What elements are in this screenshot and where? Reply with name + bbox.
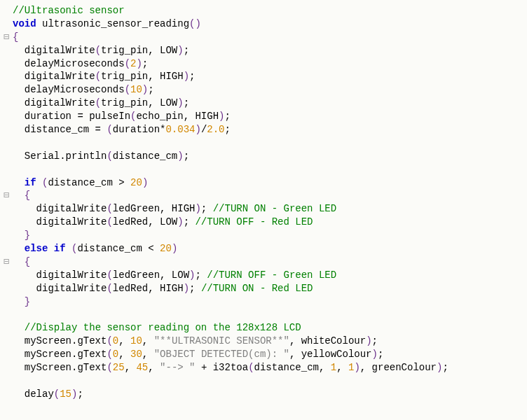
code-line: void ultrasonic_sensor_reading() [0,18,527,31]
code-token: 30 [130,349,142,360]
code-line-content: //Ultrasonic sensor [13,5,125,16]
code-token: //TURN ON - Red LED [201,283,313,294]
code-token: ) [184,283,189,294]
fold-gutter [0,216,13,229]
code-token: ) [366,335,371,346]
code-line-content: digitalWrite(trig_pin, LOW); [13,97,189,108]
code-token: ledGreen, LOW [113,270,189,281]
fold-gutter[interactable]: ⊟ [0,189,13,202]
code-line: } [0,295,527,309]
code-token: digitalWrite [13,203,107,214]
code-line: delay(15); [0,388,527,401]
code-token: ; [378,349,383,360]
fold-gutter [0,57,13,71]
code-line-content: myScreen.gText(25, 45, "--> " + i32toa(d… [13,362,449,373]
fold-gutter [0,83,13,97]
code-token: , [142,335,154,346]
code-token: ; [442,362,448,373]
code-line [0,163,527,176]
code-line: myScreen.gText(25, 45, "--> " + i32toa(d… [0,361,527,374]
code-token: ( [95,97,101,108]
code-token [13,296,25,307]
code-line: digitalWrite(ledGreen, HIGH); //TURN ON … [0,202,527,216]
code-line: if (distance_cm > 20) [0,176,527,190]
code-token: ) [177,216,183,227]
code-token: distance_cm [113,150,177,162]
fold-gutter [0,321,13,335]
code-token: ) [354,362,360,373]
code-token: ) [372,349,378,360]
code-token: Serial.println [13,150,107,162]
code-token: distance_cm > [48,177,130,188]
code-token: ( [125,58,130,69]
code-line-content: digitalWrite(ledGreen, HIGH); //TURN ON … [13,203,336,214]
fold-gutter [0,295,13,309]
code-line: //Display the sensor reading on the 128x… [0,321,527,335]
fold-gutter [0,202,13,216]
code-token: () [189,18,201,29]
code-token: //TURN OFF - Green LED [207,270,336,281]
code-token: distance_cm < [77,243,160,254]
code-token: digitalWrite [13,216,107,227]
code-token: ; [201,203,213,214]
code-token: 20 [130,177,142,188]
code-line-content: digitalWrite(trig_pin, LOW); [13,45,189,56]
code-token: ( [107,283,112,294]
code-line: } [0,229,527,242]
code-token: ultrasonic_sensor_reading [36,18,189,29]
code-token: ( [54,388,60,400]
code-token: //TURN ON - Green LED [213,203,336,214]
code-line-content: } [13,230,30,241]
code-line-content: myScreen.gText(0, 30, "OBJECT DETECTED(c… [13,349,383,360]
fold-gutter [0,18,13,31]
code-token: ledRed, LOW [113,216,177,227]
code-token: ( [95,45,101,56]
fold-gutter [0,136,13,150]
code-token: myScreen.gText [13,362,107,373]
code-token: //Ultrasonic sensor [13,5,125,16]
code-token: ; [184,97,189,108]
fold-gutter[interactable]: ⊟ [0,255,13,269]
code-line-content: myScreen.gText(0, 10, "**ULTRASONIC SENS… [13,335,378,346]
fold-gutter[interactable]: ⊟ [0,31,13,44]
code-token: , whiteColour [289,335,366,346]
code-token: ; [142,58,148,69]
code-line-content: digitalWrite(trig_pin, HIGH); [13,71,195,82]
code-token: trig_pin, LOW [101,97,177,108]
fold-gutter [0,44,13,57]
code-line-content: digitalWrite(ledRed, LOW); //TURN OFF - … [13,216,313,227]
code-line-content: delay(15); [13,388,83,400]
code-token: myScreen.gText [13,335,107,346]
code-token: { [13,31,18,43]
code-token: , [142,349,154,360]
code-line-content: delayMicroseconds(10); [13,84,154,95]
code-token: if [25,177,36,188]
code-line-content: if (distance_cm > 20) [13,177,148,188]
fold-gutter [0,308,13,321]
code-token: ) [177,97,183,108]
code-token: void [13,18,36,29]
code-line: digitalWrite(trig_pin, LOW); [0,97,527,110]
code-token: delayMicroseconds [13,58,125,69]
fold-gutter [0,374,13,388]
fold-gutter [0,4,13,18]
code-line-content: { [13,256,30,267]
code-token [13,177,25,188]
code-token: , [118,335,130,346]
code-line-content: { [13,31,18,43]
code-token: ; [184,150,189,162]
code-line-content: Serial.println(distance_cm); [13,150,189,162]
code-token: digitalWrite [13,283,107,294]
code-token: echo_pin, HIGH [136,111,219,122]
code-token: 0 [113,335,118,346]
code-token: ) [195,203,200,214]
code-token [13,230,25,241]
code-line: duration = pulseIn(echo_pin, HIGH); [0,110,527,123]
code-token: , [336,362,348,373]
fold-gutter [0,242,13,255]
fold-gutter [0,176,13,190]
code-token: ) [136,58,142,69]
fold-gutter [0,97,13,110]
fold-gutter [0,110,13,123]
code-token: { [25,256,30,267]
